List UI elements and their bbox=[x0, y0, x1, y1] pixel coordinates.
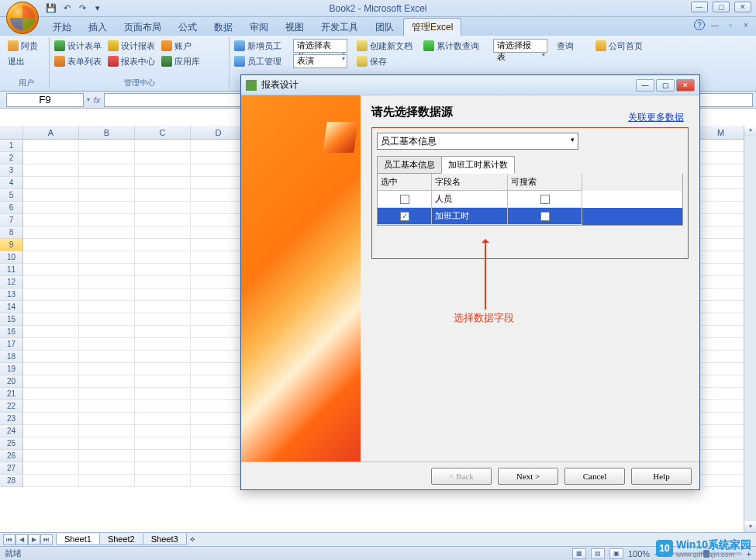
office-button[interactable] bbox=[6, 2, 39, 34]
cell[interactable] bbox=[79, 164, 135, 177]
redo-icon[interactable]: ↷ bbox=[76, 2, 88, 15]
cell[interactable] bbox=[23, 264, 79, 276]
cell[interactable] bbox=[191, 289, 247, 301]
ribbon-minimize-icon[interactable]: — bbox=[709, 19, 720, 30]
cell[interactable] bbox=[79, 400, 135, 413]
cell[interactable] bbox=[23, 450, 79, 462]
ribbon-close-icon[interactable]: × bbox=[740, 19, 751, 30]
row-header[interactable]: 25 bbox=[0, 437, 23, 450]
report-center-button[interactable]: 报表中心 bbox=[108, 54, 155, 68]
cell[interactable] bbox=[79, 301, 135, 313]
form-list-button[interactable]: 表单列表 bbox=[54, 54, 102, 68]
tab-data[interactable]: 数据 bbox=[206, 19, 240, 36]
help-icon[interactable]: ? bbox=[694, 19, 705, 30]
cell[interactable] bbox=[693, 152, 749, 164]
tab-dev[interactable]: 开发工具 bbox=[313, 19, 366, 36]
cell[interactable] bbox=[135, 425, 191, 437]
sheet-tab[interactable]: Sheet2 bbox=[99, 534, 143, 545]
cell[interactable] bbox=[135, 301, 191, 313]
cell[interactable] bbox=[693, 437, 749, 450]
row-header[interactable]: 27 bbox=[0, 462, 23, 475]
cell[interactable] bbox=[693, 413, 749, 425]
nav-last-icon[interactable]: ⏭ bbox=[40, 534, 53, 545]
cell[interactable] bbox=[79, 264, 135, 276]
checkbox[interactable] bbox=[540, 195, 550, 204]
sheet-tab[interactable]: Sheet3 bbox=[143, 534, 187, 545]
cell[interactable] bbox=[23, 437, 79, 450]
cell[interactable] bbox=[191, 437, 247, 450]
cell[interactable] bbox=[135, 388, 191, 400]
row-header[interactable]: 10 bbox=[0, 251, 23, 264]
cell[interactable] bbox=[23, 140, 79, 152]
cell[interactable] bbox=[135, 326, 191, 338]
cell[interactable] bbox=[23, 214, 79, 226]
dialog-close-button[interactable]: ✕ bbox=[676, 79, 695, 92]
cell[interactable] bbox=[135, 177, 191, 189]
cell[interactable] bbox=[191, 326, 247, 338]
app-lib-button[interactable]: 应用库 bbox=[161, 54, 200, 68]
row-header[interactable]: 20 bbox=[0, 375, 23, 388]
cell[interactable] bbox=[23, 400, 79, 413]
cell[interactable] bbox=[79, 338, 135, 351]
cell[interactable] bbox=[693, 301, 749, 313]
cell[interactable] bbox=[79, 475, 135, 487]
cell[interactable] bbox=[135, 264, 191, 276]
cell[interactable] bbox=[191, 214, 247, 226]
cell[interactable] bbox=[135, 450, 191, 462]
row-header[interactable]: 2 bbox=[0, 152, 23, 164]
view-normal-icon[interactable]: ▦ bbox=[572, 548, 586, 559]
cell[interactable] bbox=[693, 251, 749, 264]
checkbox[interactable] bbox=[400, 212, 409, 221]
cell[interactable] bbox=[191, 375, 247, 388]
cell[interactable] bbox=[23, 164, 79, 177]
row-header[interactable]: 8 bbox=[0, 226, 23, 239]
tab-manage-excel[interactable]: 管理Excel bbox=[403, 18, 461, 36]
cell[interactable] bbox=[135, 400, 191, 413]
fx-icon[interactable]: fx bbox=[90, 95, 104, 105]
cell[interactable] bbox=[191, 425, 247, 437]
row-header[interactable]: 16 bbox=[0, 326, 23, 338]
exit-button[interactable]: 退出 bbox=[8, 54, 44, 68]
cell[interactable] bbox=[23, 276, 79, 289]
cell[interactable] bbox=[135, 164, 191, 177]
cell[interactable] bbox=[79, 363, 135, 375]
form-select-2[interactable]: 表演 bbox=[293, 54, 347, 68]
cell[interactable] bbox=[23, 152, 79, 164]
cell[interactable] bbox=[191, 177, 247, 189]
cell[interactable] bbox=[693, 450, 749, 462]
add-emp-button[interactable]: 新增员工 bbox=[234, 39, 284, 53]
select-all-corner[interactable] bbox=[0, 126, 23, 139]
cell[interactable] bbox=[191, 351, 247, 363]
tab-home[interactable]: 开始 bbox=[45, 19, 79, 36]
nav-next-icon[interactable]: ▶ bbox=[28, 534, 40, 545]
cell[interactable] bbox=[79, 202, 135, 214]
view-break-icon[interactable]: ▣ bbox=[609, 548, 623, 559]
cell[interactable] bbox=[23, 351, 79, 363]
row-header[interactable]: 7 bbox=[0, 214, 23, 226]
checkbox[interactable] bbox=[540, 212, 550, 221]
cell[interactable] bbox=[23, 239, 79, 251]
minimize-button[interactable]: — bbox=[691, 2, 708, 12]
cell[interactable] bbox=[191, 413, 247, 425]
cell[interactable] bbox=[693, 214, 749, 226]
row-header[interactable]: 18 bbox=[0, 351, 23, 363]
maximize-button[interactable]: ▢ bbox=[713, 2, 730, 12]
cell[interactable] bbox=[79, 425, 135, 437]
tab-formula[interactable]: 公式 bbox=[171, 19, 205, 36]
cell[interactable] bbox=[191, 226, 247, 239]
subtab-basic[interactable]: 员工基本信息 bbox=[377, 156, 442, 174]
account-button[interactable]: 账户 bbox=[161, 39, 192, 53]
cell[interactable] bbox=[191, 239, 247, 251]
cell[interactable] bbox=[191, 164, 247, 177]
cell[interactable] bbox=[693, 239, 749, 251]
row-header[interactable]: 12 bbox=[0, 276, 23, 289]
save-doc-button[interactable]: 保存 bbox=[357, 54, 414, 68]
cell[interactable] bbox=[23, 177, 79, 189]
cell[interactable] bbox=[79, 251, 135, 264]
cell[interactable] bbox=[191, 450, 247, 462]
cell[interactable] bbox=[191, 189, 247, 202]
emp-mgmt-button[interactable]: 员工管理 bbox=[234, 54, 284, 68]
cell[interactable] bbox=[191, 313, 247, 326]
cell[interactable] bbox=[135, 437, 191, 450]
cell[interactable] bbox=[693, 338, 749, 351]
